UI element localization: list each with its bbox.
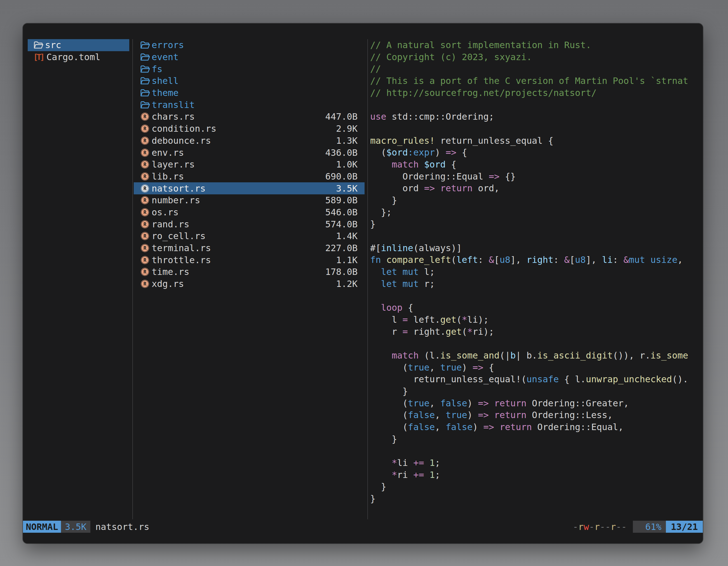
- code-line: };: [370, 206, 703, 219]
- entry-name: chars.rs: [152, 111, 195, 122]
- code-line: r = right.get(*ri);: [370, 326, 703, 338]
- folder-row-theme[interactable]: theme: [134, 87, 365, 99]
- folder-row-translit[interactable]: translit: [134, 99, 365, 111]
- file-permissions: -rw-r--r--: [573, 522, 627, 532]
- entry-name: os.rs: [152, 207, 179, 218]
- folder-row-fs[interactable]: fs: [134, 63, 365, 75]
- svg-text:R: R: [144, 233, 147, 239]
- code-line: ord => return ord,: [370, 182, 703, 194]
- code-line: (true, true) => {: [370, 361, 703, 373]
- file-row-number.rs[interactable]: Rnumber.rs589.0B: [134, 194, 365, 206]
- code-line: Ordering::Equal => {}: [370, 171, 703, 183]
- file-size: 1.4K: [336, 231, 358, 241]
- file-row-rand.rs[interactable]: Rrand.rs574.0B: [134, 218, 365, 230]
- code-line: [370, 230, 703, 242]
- code-line: [370, 99, 703, 111]
- entry-name: event: [152, 52, 179, 62]
- file-size: 447.0B: [325, 111, 358, 122]
- folder-icon: [140, 40, 150, 50]
- folder-row-src[interactable]: src: [28, 39, 129, 51]
- rust-file-icon: R: [140, 112, 150, 122]
- code-line: [370, 337, 703, 349]
- status-bar: NORMAL 3.5K natsort.rs -rw-r--r-- 61% 13…: [23, 521, 703, 533]
- rust-file-icon: R: [140, 184, 150, 194]
- svg-text:R: R: [144, 186, 147, 191]
- entry-name: shell: [152, 76, 179, 86]
- svg-text:R: R: [144, 198, 147, 203]
- folder-row-event[interactable]: event: [134, 51, 365, 63]
- code-line: // http://sourcefrog.net/projects/natsor…: [370, 87, 703, 99]
- rust-file-icon: R: [140, 159, 150, 170]
- code-line: }: [370, 385, 703, 397]
- code-line: (true, false) => return Ordering::Greate…: [370, 397, 703, 409]
- file-row-Cargo.toml[interactable]: [T]Cargo.toml: [28, 51, 129, 63]
- file-size: 589.0B: [325, 195, 358, 206]
- file-size: 436.0B: [325, 147, 358, 158]
- entry-name: natsort.rs: [152, 183, 206, 194]
- file-row-chars.rs[interactable]: Rchars.rs447.0B: [134, 111, 365, 123]
- file-row-time.rs[interactable]: Rtime.rs178.0B: [134, 266, 365, 278]
- file-row-env.rs[interactable]: Renv.rs436.0B: [134, 147, 365, 159]
- selected-filename: natsort.rs: [95, 522, 149, 532]
- file-row-debounce.rs[interactable]: Rdebounce.rs1.3K: [134, 135, 365, 147]
- code-preview-pane: // A natural sort implementation in Rust…: [370, 39, 703, 519]
- code-line: [370, 445, 703, 457]
- entry-name: src: [45, 40, 61, 50]
- current-pane: errorseventfsshellthemetranslitRchars.rs…: [134, 39, 365, 290]
- code-line: loop {: [370, 302, 703, 314]
- svg-text:R: R: [144, 138, 147, 144]
- entry-name: terminal.rs: [152, 243, 211, 254]
- svg-text:R: R: [144, 281, 147, 286]
- selected-size-badge: 3.5K: [61, 521, 90, 533]
- file-size: 1.1K: [336, 255, 358, 266]
- code-line: macro_rules! return_unless_equal {: [370, 135, 703, 147]
- code-line: use std::cmp::Ordering;: [370, 111, 703, 123]
- entry-name: lib.rs: [152, 171, 184, 182]
- file-row-terminal.rs[interactable]: Rterminal.rs227.0B: [134, 242, 365, 254]
- code-line: return_unless_equal!(unsafe { l.unwrap_u…: [370, 373, 703, 385]
- file-row-lib.rs[interactable]: Rlib.rs690.0B: [134, 171, 365, 183]
- code-line: l = left.get(*li);: [370, 314, 703, 326]
- code-line: *li += 1;: [370, 457, 703, 469]
- code-line: }: [370, 194, 703, 206]
- entry-name: time.rs: [152, 267, 189, 277]
- file-row-os.rs[interactable]: Ros.rs546.0B: [134, 206, 365, 219]
- file-size: 227.0B: [325, 243, 358, 254]
- code-line: }: [370, 481, 703, 493]
- folder-icon: [140, 64, 150, 74]
- code-line: (false, false) => return Ordering::Equal…: [370, 421, 703, 433]
- file-row-natsort.rs[interactable]: Rnatsort.rs3.5K: [134, 182, 365, 194]
- file-row-xdg.rs[interactable]: Rxdg.rs1.2K: [134, 278, 365, 290]
- file-size: 546.0B: [325, 207, 358, 218]
- svg-text:R: R: [144, 210, 147, 215]
- entry-name: Cargo.toml: [46, 52, 100, 62]
- code-line: let mut l;: [370, 266, 703, 278]
- svg-text:R: R: [144, 222, 147, 227]
- folder-row-shell[interactable]: shell: [134, 75, 365, 87]
- folder-icon: [140, 76, 150, 86]
- code-line: // A natural sort implementation in Rust…: [370, 39, 703, 51]
- rust-file-icon: R: [140, 207, 150, 217]
- scroll-percent-badge: 61%: [633, 521, 666, 533]
- rust-file-icon: R: [140, 243, 150, 253]
- file-size: 178.0B: [325, 267, 358, 277]
- entry-name: rand.rs: [152, 219, 189, 230]
- file-row-ro_cell.rs[interactable]: Rro_cell.rs1.4K: [134, 230, 365, 242]
- folder-row-errors[interactable]: errors: [134, 39, 365, 51]
- code-line: }: [370, 218, 703, 230]
- code-line: }: [370, 493, 703, 505]
- file-row-layer.rs[interactable]: Rlayer.rs1.0K: [134, 159, 365, 171]
- folder-icon: [140, 52, 150, 62]
- cursor-position-badge: 13/21: [666, 521, 703, 533]
- file-row-condition.rs[interactable]: Rcondition.rs2.9K: [134, 123, 365, 135]
- rust-file-icon: R: [140, 231, 150, 241]
- file-row-throttle.rs[interactable]: Rthrottle.rs1.1K: [134, 254, 365, 266]
- svg-text:R: R: [144, 114, 147, 120]
- entry-name: debounce.rs: [152, 135, 211, 146]
- code-line: match (l.is_some_and(|b| b.is_ascii_digi…: [370, 349, 703, 361]
- code-line: // Copyright (c) 2023, sxyazi.: [370, 51, 703, 63]
- svg-text:R: R: [144, 174, 147, 179]
- entry-name: condition.rs: [152, 123, 216, 134]
- rust-file-icon: R: [140, 219, 150, 229]
- svg-text:R: R: [144, 162, 147, 167]
